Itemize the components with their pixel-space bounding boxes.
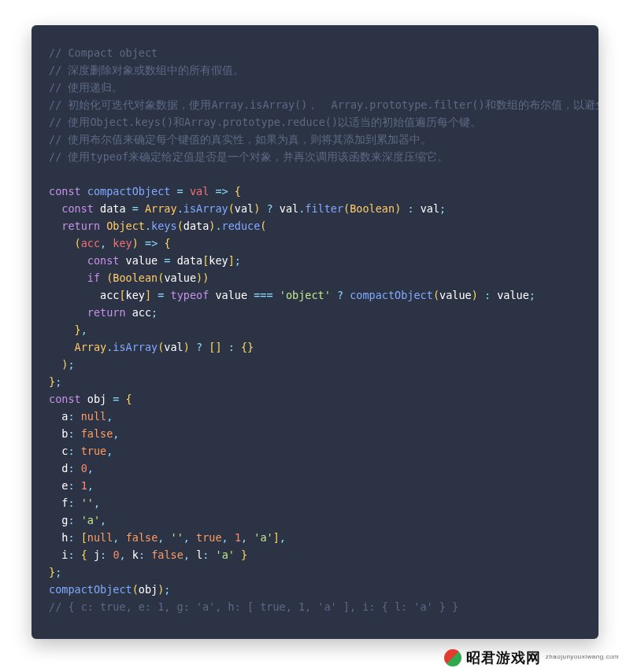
comment-line: // 使用布尔值来确定每个键值的真实性，如果为真，则将其添加到累加器中。 bbox=[49, 133, 432, 146]
result-comment: // { c: true, e: 1, g: 'a', h: [ true, 1… bbox=[49, 600, 458, 613]
watermark-site-name: 昭君游戏网 bbox=[466, 649, 541, 666]
comment-line: // 使用Object.keys()和Array.prototype.reduc… bbox=[49, 116, 481, 128]
comment-line: // 深度删除对象或数组中的所有假值。 bbox=[49, 64, 244, 76]
comment-line: // Compact object bbox=[49, 46, 158, 59]
comment-line: // 使用递归。 bbox=[49, 81, 123, 94]
watermark-site-url: zhaojunyouxiwang.com bbox=[546, 648, 619, 666]
code-snippet-card: // Compact object // 深度删除对象或数组中的所有假值。 //… bbox=[32, 25, 598, 639]
comment-line: // 使用typeof来确定给定值是否是一个对象，并再次调用该函数来深度压缩它。 bbox=[49, 150, 448, 163]
comment-line: // 初始化可迭代对象数据，使用Array.isArray()， Array.p… bbox=[49, 98, 598, 111]
watermark: 昭君游戏网 zhaojunyouxiwang.com bbox=[444, 648, 619, 667]
watermark-logo-icon bbox=[444, 649, 461, 666]
code-block: // Compact object // 深度删除对象或数组中的所有假值。 //… bbox=[49, 44, 581, 615]
